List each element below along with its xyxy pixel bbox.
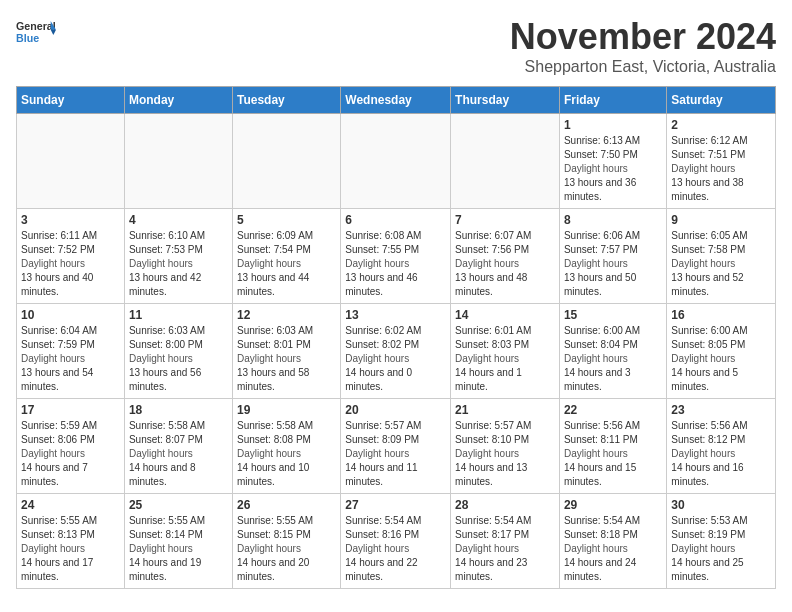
- day-info: Sunrise: 5:57 AMSunset: 8:09 PMDaylight …: [345, 419, 446, 489]
- day-info: Sunrise: 6:01 AMSunset: 8:03 PMDaylight …: [455, 324, 555, 394]
- daylight-hours-value: 14 hours and 3 minutes.: [564, 366, 662, 394]
- day-number: 20: [345, 403, 446, 417]
- daylight-hours-label: Daylight hours: [21, 352, 120, 366]
- calendar-week-row: 17Sunrise: 5:59 AMSunset: 8:06 PMDayligh…: [17, 399, 776, 494]
- daylight-hours-label: Daylight hours: [21, 542, 120, 556]
- daylight-hours-label: Daylight hours: [129, 447, 228, 461]
- day-info: Sunrise: 5:58 AMSunset: 8:08 PMDaylight …: [237, 419, 336, 489]
- daylight-hours-label: Daylight hours: [455, 257, 555, 271]
- day-number: 6: [345, 213, 446, 227]
- calendar-cell: 16Sunrise: 6:00 AMSunset: 8:05 PMDayligh…: [667, 304, 776, 399]
- daylight-hours-label: Daylight hours: [564, 257, 662, 271]
- day-of-week-header: Monday: [124, 87, 232, 114]
- day-of-week-header: Sunday: [17, 87, 125, 114]
- svg-marker-3: [51, 30, 56, 35]
- calendar-week-row: 3Sunrise: 6:11 AMSunset: 7:52 PMDaylight…: [17, 209, 776, 304]
- day-info: Sunrise: 6:08 AMSunset: 7:55 PMDaylight …: [345, 229, 446, 299]
- calendar-header-row: SundayMondayTuesdayWednesdayThursdayFrid…: [17, 87, 776, 114]
- daylight-hours-value: 13 hours and 58 minutes.: [237, 366, 336, 394]
- day-info: Sunrise: 6:03 AMSunset: 8:00 PMDaylight …: [129, 324, 228, 394]
- calendar-table: SundayMondayTuesdayWednesdayThursdayFrid…: [16, 86, 776, 589]
- day-info: Sunrise: 5:56 AMSunset: 8:12 PMDaylight …: [671, 419, 771, 489]
- day-info: Sunrise: 6:05 AMSunset: 7:58 PMDaylight …: [671, 229, 771, 299]
- day-info: Sunrise: 6:13 AMSunset: 7:50 PMDaylight …: [564, 134, 662, 204]
- day-number: 9: [671, 213, 771, 227]
- month-title: November 2024: [510, 16, 776, 58]
- day-of-week-header: Thursday: [451, 87, 560, 114]
- calendar-week-row: 24Sunrise: 5:55 AMSunset: 8:13 PMDayligh…: [17, 494, 776, 589]
- day-number: 10: [21, 308, 120, 322]
- day-number: 19: [237, 403, 336, 417]
- day-info: Sunrise: 6:07 AMSunset: 7:56 PMDaylight …: [455, 229, 555, 299]
- day-info: Sunrise: 5:59 AMSunset: 8:06 PMDaylight …: [21, 419, 120, 489]
- daylight-hours-value: 13 hours and 48 minutes.: [455, 271, 555, 299]
- daylight-hours-value: 14 hours and 23 minutes.: [455, 556, 555, 584]
- calendar-cell: 27Sunrise: 5:54 AMSunset: 8:16 PMDayligh…: [341, 494, 451, 589]
- day-info: Sunrise: 5:55 AMSunset: 8:15 PMDaylight …: [237, 514, 336, 584]
- calendar-week-row: 1Sunrise: 6:13 AMSunset: 7:50 PMDaylight…: [17, 114, 776, 209]
- daylight-hours-label: Daylight hours: [345, 447, 446, 461]
- daylight-hours-value: 13 hours and 44 minutes.: [237, 271, 336, 299]
- daylight-hours-label: Daylight hours: [21, 447, 120, 461]
- calendar-cell: 13Sunrise: 6:02 AMSunset: 8:02 PMDayligh…: [341, 304, 451, 399]
- daylight-hours-value: 13 hours and 46 minutes.: [345, 271, 446, 299]
- daylight-hours-value: 14 hours and 8 minutes.: [129, 461, 228, 489]
- day-info: Sunrise: 5:54 AMSunset: 8:18 PMDaylight …: [564, 514, 662, 584]
- daylight-hours-value: 13 hours and 52 minutes.: [671, 271, 771, 299]
- calendar-cell: [124, 114, 232, 209]
- day-number: 13: [345, 308, 446, 322]
- logo: General Blue: [16, 16, 56, 46]
- daylight-hours-value: 14 hours and 5 minutes.: [671, 366, 771, 394]
- daylight-hours-label: Daylight hours: [455, 447, 555, 461]
- daylight-hours-label: Daylight hours: [564, 447, 662, 461]
- daylight-hours-value: 13 hours and 40 minutes.: [21, 271, 120, 299]
- daylight-hours-label: Daylight hours: [671, 447, 771, 461]
- daylight-hours-label: Daylight hours: [345, 352, 446, 366]
- daylight-hours-label: Daylight hours: [564, 352, 662, 366]
- calendar-cell: [451, 114, 560, 209]
- day-number: 5: [237, 213, 336, 227]
- svg-text:General: General: [16, 20, 56, 32]
- calendar-cell: 7Sunrise: 6:07 AMSunset: 7:56 PMDaylight…: [451, 209, 560, 304]
- calendar-week-row: 10Sunrise: 6:04 AMSunset: 7:59 PMDayligh…: [17, 304, 776, 399]
- daylight-hours-value: 14 hours and 25 minutes.: [671, 556, 771, 584]
- day-info: Sunrise: 5:57 AMSunset: 8:10 PMDaylight …: [455, 419, 555, 489]
- daylight-hours-label: Daylight hours: [129, 352, 228, 366]
- calendar-cell: 8Sunrise: 6:06 AMSunset: 7:57 PMDaylight…: [559, 209, 666, 304]
- calendar-cell: 21Sunrise: 5:57 AMSunset: 8:10 PMDayligh…: [451, 399, 560, 494]
- calendar-cell: [17, 114, 125, 209]
- calendar-cell: 14Sunrise: 6:01 AMSunset: 8:03 PMDayligh…: [451, 304, 560, 399]
- day-number: 1: [564, 118, 662, 132]
- day-info: Sunrise: 6:00 AMSunset: 8:05 PMDaylight …: [671, 324, 771, 394]
- day-number: 30: [671, 498, 771, 512]
- daylight-hours-label: Daylight hours: [345, 542, 446, 556]
- day-number: 21: [455, 403, 555, 417]
- logo-svg: General Blue: [16, 16, 56, 46]
- day-info: Sunrise: 5:55 AMSunset: 8:14 PMDaylight …: [129, 514, 228, 584]
- day-info: Sunrise: 6:00 AMSunset: 8:04 PMDaylight …: [564, 324, 662, 394]
- calendar-cell: 6Sunrise: 6:08 AMSunset: 7:55 PMDaylight…: [341, 209, 451, 304]
- calendar-cell: 1Sunrise: 6:13 AMSunset: 7:50 PMDaylight…: [559, 114, 666, 209]
- calendar-cell: 17Sunrise: 5:59 AMSunset: 8:06 PMDayligh…: [17, 399, 125, 494]
- calendar-cell: 2Sunrise: 6:12 AMSunset: 7:51 PMDaylight…: [667, 114, 776, 209]
- calendar-cell: [232, 114, 340, 209]
- daylight-hours-value: 14 hours and 11 minutes.: [345, 461, 446, 489]
- day-of-week-header: Tuesday: [232, 87, 340, 114]
- day-number: 26: [237, 498, 336, 512]
- calendar-cell: 15Sunrise: 6:00 AMSunset: 8:04 PMDayligh…: [559, 304, 666, 399]
- daylight-hours-label: Daylight hours: [564, 542, 662, 556]
- calendar-cell: 26Sunrise: 5:55 AMSunset: 8:15 PMDayligh…: [232, 494, 340, 589]
- daylight-hours-value: 14 hours and 19 minutes.: [129, 556, 228, 584]
- day-number: 22: [564, 403, 662, 417]
- daylight-hours-value: 14 hours and 17 minutes.: [21, 556, 120, 584]
- day-of-week-header: Friday: [559, 87, 666, 114]
- day-info: Sunrise: 5:54 AMSunset: 8:16 PMDaylight …: [345, 514, 446, 584]
- daylight-hours-label: Daylight hours: [21, 257, 120, 271]
- day-of-week-header: Wednesday: [341, 87, 451, 114]
- daylight-hours-label: Daylight hours: [671, 257, 771, 271]
- day-number: 23: [671, 403, 771, 417]
- calendar-cell: 23Sunrise: 5:56 AMSunset: 8:12 PMDayligh…: [667, 399, 776, 494]
- day-info: Sunrise: 6:11 AMSunset: 7:52 PMDaylight …: [21, 229, 120, 299]
- calendar-cell: 30Sunrise: 5:53 AMSunset: 8:19 PMDayligh…: [667, 494, 776, 589]
- day-number: 3: [21, 213, 120, 227]
